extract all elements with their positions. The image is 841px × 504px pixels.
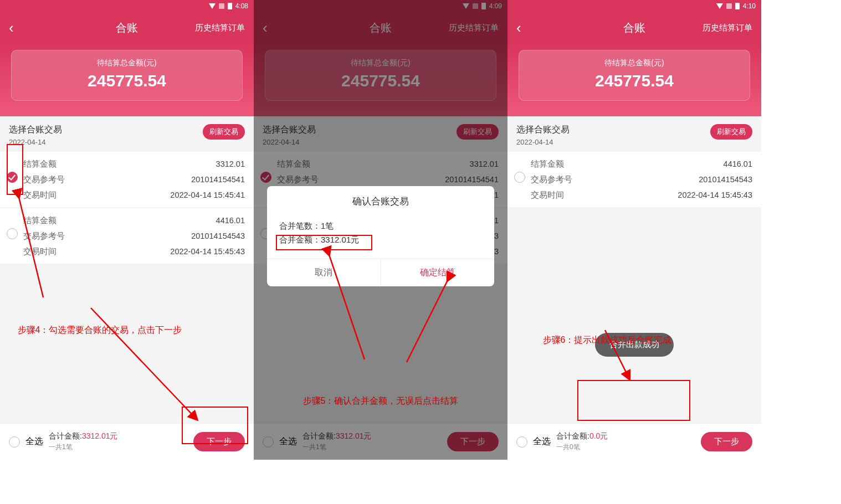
- screen-2: 4:09 ‹ 合账 历史结算订单 待结算总金额(元) 245775.54 选择合…: [254, 0, 507, 460]
- battery-icon: [735, 3, 740, 9]
- row-checkbox[interactable]: [7, 228, 18, 239]
- confirm-button[interactable]: 确定结算: [381, 259, 495, 286]
- back-icon[interactable]: ‹: [9, 20, 14, 35]
- wifi-icon: [463, 3, 469, 9]
- section-header: 选择合账交易 2022-04-14 刷新交易: [0, 116, 254, 152]
- row-checkbox[interactable]: [514, 172, 525, 183]
- app-header: ‹ 合账 历史结算订单: [254, 12, 507, 43]
- status-bar: 4:08: [0, 0, 254, 12]
- screen-3: 4:10 ‹ 合账 历史结算订单 待结算总金额(元) 245775.54 选择合…: [507, 0, 761, 460]
- total-amount-card: 待结算总金额(元) 245775.54: [11, 50, 243, 101]
- next-button[interactable]: 下一步: [701, 432, 752, 451]
- signal-icon: [726, 3, 732, 9]
- footer-bar: 全选 合计金额:3312.01元 一共1笔 下一步: [0, 423, 254, 460]
- status-bar: 4:09: [254, 0, 507, 12]
- annotation-step5: 步骤5：确认合并金额，无误后点击结算: [265, 395, 496, 407]
- annotation-step6: 步骤6：提示出款成功后合账完成: [524, 335, 690, 346]
- back-icon[interactable]: ‹: [516, 20, 521, 35]
- history-link[interactable]: 历史结算订单: [195, 23, 245, 33]
- annotation-step4: 步骤4：勾选需要合账的交易，点击下一步: [6, 325, 194, 336]
- clock: 4:09: [489, 2, 502, 10]
- transaction-row[interactable]: 结算金额4416.01 交易参考号201014154543 交易时间2022-0…: [507, 152, 761, 207]
- clock: 4:10: [743, 2, 756, 10]
- screen-1: 4:08 ‹ 合账 历史结算订单 待结算总金额(元) 245775.54 选择合…: [0, 0, 254, 460]
- history-link[interactable]: 历史结算订单: [702, 23, 752, 33]
- row-checkbox[interactable]: [7, 172, 18, 183]
- select-all-checkbox[interactable]: [516, 436, 527, 448]
- dialog-title: 确认合账交易: [267, 186, 494, 215]
- signal-icon: [219, 3, 224, 9]
- select-all-label: 全选: [25, 436, 43, 448]
- section-title: 选择合账交易: [9, 124, 62, 136]
- confirm-dialog: 确认合账交易 合并笔数：1笔 合并金额：3312.01元 取消 确定结算: [267, 186, 494, 286]
- transaction-row[interactable]: 结算金额3312.01 交易参考号201014154541 交易时间2022-0…: [0, 152, 254, 207]
- status-bar: 4:10: [507, 0, 761, 12]
- clock: 4:08: [235, 2, 248, 10]
- cancel-button[interactable]: 取消: [267, 259, 381, 286]
- refresh-button[interactable]: 刷新交易: [203, 124, 245, 140]
- app-header: ‹ 合账 历史结算订单: [507, 12, 761, 43]
- history-link[interactable]: 历史结算订单: [449, 23, 499, 33]
- section-date: 2022-04-14: [9, 138, 62, 146]
- app-header: ‹ 合账 历史结算订单: [0, 12, 254, 43]
- back-icon[interactable]: ‹: [263, 20, 268, 35]
- next-button[interactable]: 下一步: [193, 432, 245, 451]
- transaction-row[interactable]: 结算金额4416.01 交易参考号201014154543 交易时间2022-0…: [0, 207, 254, 264]
- select-all-checkbox[interactable]: [9, 436, 20, 448]
- battery-icon: [228, 3, 232, 9]
- signal-icon: [473, 3, 478, 9]
- wifi-icon: [209, 3, 216, 9]
- summary-panel: 待结算总金额(元) 245775.54: [0, 43, 254, 116]
- wifi-icon: [716, 3, 723, 9]
- battery-icon: [481, 3, 486, 9]
